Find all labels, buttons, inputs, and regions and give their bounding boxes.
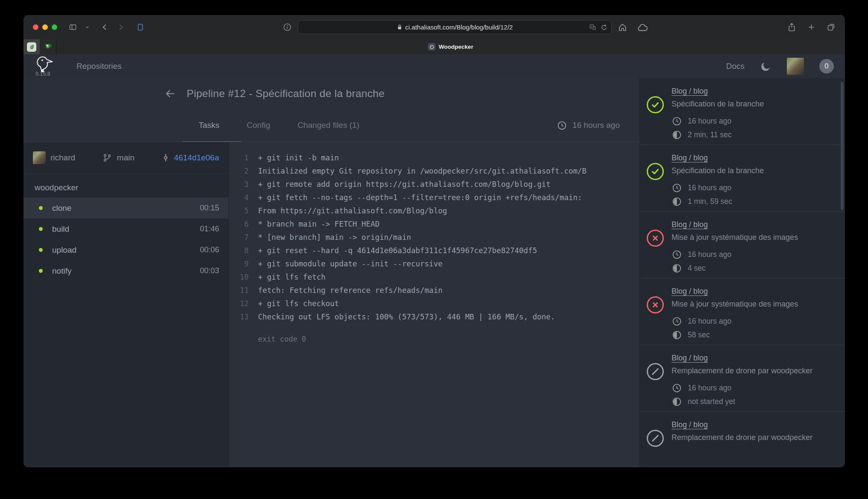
pipeline-title-row: Pipeline #12 - Spécification de la branc…: [23, 78, 639, 109]
log-line: 8+ git reset --hard -q 4614d1e06a3dabf31…: [229, 244, 639, 257]
svg-text:A: A: [591, 25, 593, 28]
clock-icon: [672, 116, 682, 127]
step-build[interactable]: build01:46: [23, 218, 229, 239]
tab-title: Woodpecker: [439, 44, 473, 50]
feed-repo-link[interactable]: Blog / blog: [672, 420, 838, 429]
new-tab-icon[interactable]: [807, 23, 815, 31]
teacup-favicon-icon: [44, 43, 52, 51]
reload-icon[interactable]: [601, 24, 607, 31]
zoom-window-button[interactable]: [52, 24, 57, 30]
log-line-text: + git init -b main: [249, 154, 339, 162]
pipeline-tabs: TasksConfigChanged files (1) 16 hours ag…: [23, 109, 639, 142]
feed-duration: 2 min, 11 sec: [672, 130, 838, 140]
log-line: 12+ git lfs checkout: [229, 297, 639, 310]
chevron-down-icon[interactable]: [85, 25, 90, 30]
feed-pipeline-entry[interactable]: Blog / blogSpécification de la branche16…: [640, 78, 845, 145]
feed-time: 16 hours ago: [672, 316, 838, 327]
feed-pipeline-entry[interactable]: Blog / blogMise à jour systématique des …: [640, 212, 845, 278]
author-avatar: [33, 151, 46, 164]
feed-commit-message: Remplacement de drone par woodpecker: [672, 433, 838, 442]
app-version: 0.15.8: [35, 71, 50, 77]
translate-icon[interactable]: A: [589, 24, 596, 30]
log-line-text: + git lfs checkout: [249, 299, 339, 308]
feed-commit-message: Spécification de la branche: [672, 100, 838, 109]
forward-button[interactable]: [117, 23, 125, 31]
log-line-text: * branch main -> FETCH_HEAD: [249, 220, 379, 228]
pipeline-created: 16 hours ago: [557, 120, 620, 131]
log-line-number: 8: [229, 246, 249, 255]
browser-toolbar: ci.athaliasoft.com/Blog/blog/build/12/2 …: [23, 15, 845, 39]
reading-list-page-icon[interactable]: [137, 23, 144, 32]
log-line-text: + git submodule update --init --recursiv…: [249, 260, 443, 268]
log-line-text: + git lfs fetch: [249, 273, 326, 281]
git-commit-icon: [161, 153, 170, 162]
step-name: notify: [52, 266, 200, 276]
log-line-number: 13: [229, 313, 249, 321]
woodpecker-favicon-icon: [428, 43, 435, 50]
log-line-text: Checking out LFS objects: 100% (573/573)…: [249, 313, 555, 321]
log-line-number: 6: [229, 220, 249, 228]
log-line: 5From https://git.athaliasoft.com/Blog/b…: [229, 204, 639, 217]
nav-repositories-link[interactable]: Repositories: [76, 62, 122, 71]
lock-icon: [397, 24, 402, 30]
home-icon[interactable]: [618, 23, 628, 32]
duration-icon: [672, 196, 682, 207]
log-line-text: From https://git.athaliasoft.com/Blog/bl…: [249, 207, 447, 215]
browser-tab-bar: Woodpecker: [23, 39, 845, 54]
share-icon[interactable]: [787, 22, 796, 32]
feed-commit-message: Mise à jour systématique des images: [672, 300, 838, 309]
minimize-window-button[interactable]: [42, 24, 48, 30]
user-avatar[interactable]: [787, 58, 804, 75]
cloud-icon[interactable]: [637, 23, 648, 32]
log-line: 6* branch main -> FETCH_HEAD: [229, 217, 639, 230]
feed-pipeline-entry[interactable]: Blog / blogRemplacement de drone par woo…: [640, 412, 845, 467]
step-duration: 00:06: [200, 245, 219, 254]
status-skipped-icon: [647, 363, 664, 380]
step-upload[interactable]: upload00:06: [23, 239, 229, 260]
active-tab-indicator: [182, 141, 241, 142]
notification-badge[interactable]: 0: [819, 59, 834, 74]
step-clone[interactable]: clone00:15: [23, 198, 229, 218]
tab-changed-files-1-[interactable]: Changed files (1): [298, 121, 360, 130]
feed-pipeline-entry[interactable]: Blog / blogMise à jour systématique des …: [640, 278, 845, 345]
dark-mode-moon-icon[interactable]: [760, 61, 771, 72]
tab-tasks[interactable]: Tasks: [199, 121, 220, 130]
feed-pipeline-entry[interactable]: Blog / blogRemplacement de drone par woo…: [640, 345, 845, 412]
feed-scrollbar[interactable]: [841, 82, 844, 210]
feed-repo-link[interactable]: Blog / blog: [672, 287, 838, 296]
tab-config[interactable]: Config: [247, 121, 270, 130]
woodpecker-logo[interactable]: 0.15.8: [35, 56, 53, 77]
log-line-number: 2: [229, 167, 249, 175]
feed-repo-link[interactable]: Blog / blog: [672, 87, 838, 96]
step-status-dot: [39, 248, 43, 252]
step-name: upload: [52, 245, 200, 255]
address-bar[interactable]: ci.athaliasoft.com/Blog/blog/build/12/2 …: [298, 20, 612, 34]
back-button[interactable]: [101, 23, 109, 31]
close-window-button[interactable]: [33, 24, 38, 30]
back-arrow-icon[interactable]: [164, 88, 176, 100]
status-failure-icon: [647, 296, 664, 313]
feed-repo-link[interactable]: Blog / blog: [672, 220, 838, 229]
log-line-text: + git reset --hard -q 4614d1e06a3dabf311…: [249, 246, 537, 255]
log-line-number: 10: [229, 273, 249, 281]
pipeline-title: Pipeline #12 - Spécification de la branc…: [187, 88, 384, 100]
feed-pipeline-entry[interactable]: Blog / blogSpécification de la branche16…: [640, 145, 845, 212]
log-line-number: 4: [229, 193, 249, 202]
step-status-dot: [39, 227, 43, 231]
commit-link[interactable]: 4614d1e06a: [161, 153, 219, 162]
log-line-number: 9: [229, 260, 249, 268]
feed-repo-link[interactable]: Blog / blog: [672, 154, 838, 162]
nav-docs-link[interactable]: Docs: [726, 62, 745, 71]
info-icon[interactable]: [283, 23, 292, 32]
pinned-tab-2[interactable]: [40, 39, 56, 54]
duration-icon: [672, 263, 682, 274]
step-duration: 01:46: [200, 224, 219, 233]
tab-woodpecker[interactable]: Woodpecker: [56, 39, 845, 54]
pinned-tab-1[interactable]: [23, 39, 40, 54]
step-notify[interactable]: notify00:03: [23, 260, 229, 281]
log-line-number: 5: [229, 207, 249, 215]
tab-overview-icon[interactable]: [827, 23, 836, 32]
step-duration: 00:03: [200, 266, 219, 275]
sidebar-toggle-icon[interactable]: [68, 23, 77, 31]
feed-repo-link[interactable]: Blog / blog: [672, 354, 838, 363]
